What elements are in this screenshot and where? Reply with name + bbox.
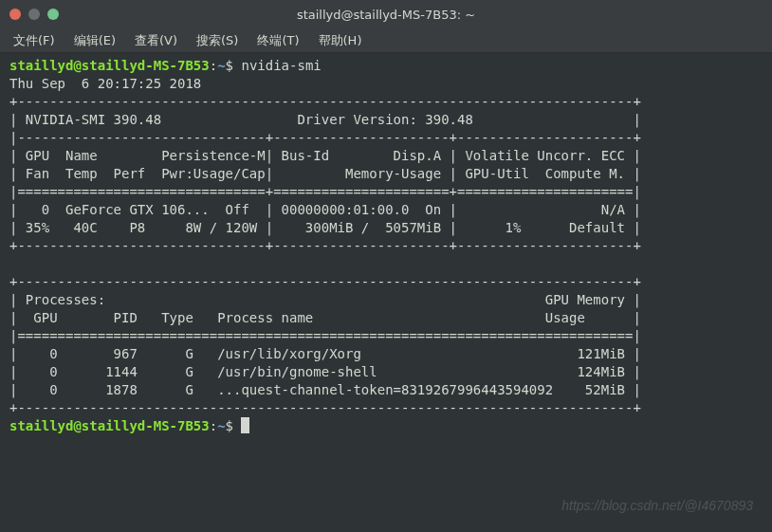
terminal-area[interactable]: staillyd@staillyd-MS-7B53:~$ nvidia-smi … [0,53,772,439]
watermark: https://blog.csdn.net/@I4670893 [561,498,753,513]
output-line: | 0 1144 G /usr/bin/gnome-shell 124MiB | [9,364,641,379]
prompt-dollar: $ [226,418,233,433]
menu-file[interactable]: 文件(F) [6,30,63,51]
menu-view[interactable]: 查看(V) [127,30,185,51]
prompt-colon: : [210,418,217,433]
titlebar: staillyd@staillyd-MS-7B53: ~ [0,0,772,28]
menu-edit[interactable]: 编辑(E) [66,30,123,51]
menu-terminal[interactable]: 终端(T) [249,30,306,51]
minimize-icon[interactable] [28,9,40,20]
command-text: nvidia-smi [241,58,321,73]
menu-search[interactable]: 搜索(S) [189,30,246,51]
output-line: | 35% 40C P8 8W / 120W | 300MiB / 5057Mi… [9,220,641,235]
output-line: |=======================================… [9,328,641,343]
output-line [9,256,641,271]
prompt-user-host: staillyd@staillyd-MS-7B53 [9,58,210,73]
output-line: | Fan Temp Perf Pwr:Usage/Cap| Memory-Us… [9,166,641,181]
window-controls [9,9,59,20]
output-line: | 0 967 G /usr/lib/xorg/Xorg 121MiB | [9,346,641,361]
menu-help[interactable]: 帮助(H) [311,30,370,51]
output-line: | GPU Name Persistence-M| Bus-Id Disp.A … [9,148,641,163]
output-timestamp: Thu Sep 6 20:17:25 2018 [9,76,257,91]
output-line: +-------------------------------+-------… [9,238,641,253]
prompt-dollar: $ [226,58,233,73]
window-title: staillyd@staillyd-MS-7B53: ~ [9,8,763,22]
prompt-colon: : [210,58,217,73]
prompt-path: ~ [217,418,225,433]
output-line: |===============================+=======… [9,184,641,199]
maximize-icon[interactable] [47,9,59,20]
output-line: +---------------------------------------… [9,400,641,415]
output-line: | Processes: GPU Memory | [9,292,641,307]
output-line: | 0 GeForce GTX 106... Off | 00000000:01… [9,202,641,217]
output-line: | 0 1878 G ...quest-channel-token=831926… [9,382,641,397]
output-line: | GPU PID Type Process name Usage | [9,310,641,325]
output-line: +---------------------------------------… [9,274,641,289]
output-line: +---------------------------------------… [9,94,641,109]
output-line: |-------------------------------+-------… [9,130,641,145]
close-icon[interactable] [9,9,21,20]
output-line: | NVIDIA-SMI 390.48 Driver Version: 390.… [9,112,641,127]
prompt-path: ~ [217,58,225,73]
prompt-user-host: staillyd@staillyd-MS-7B53 [9,418,210,433]
cursor-icon [241,417,249,433]
menubar: 文件(F) 编辑(E) 查看(V) 搜索(S) 终端(T) 帮助(H) [0,28,772,53]
